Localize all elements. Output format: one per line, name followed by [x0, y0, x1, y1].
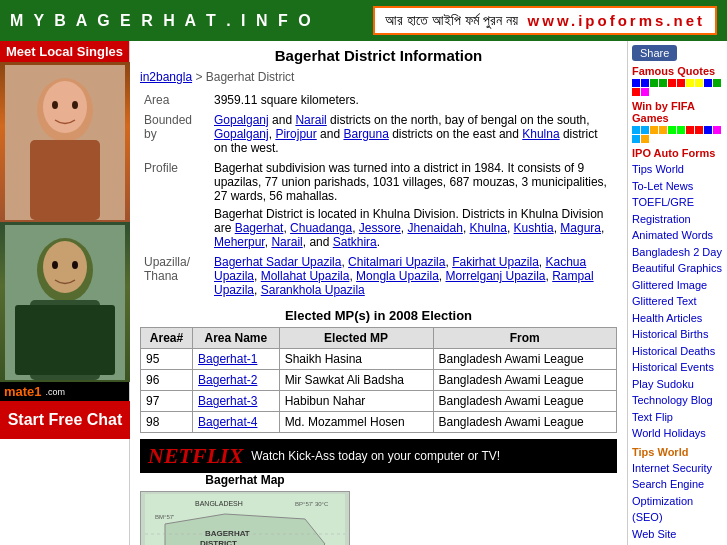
famous-quotes-title: Famous Quotes [632, 65, 723, 77]
sidebar-link[interactable]: Technology Blog [632, 392, 723, 409]
breadcrumb-link[interactable]: in2bangla [140, 70, 192, 84]
cell-party: Bangladesh Awami League [433, 349, 617, 370]
election-header: Area# Area Name Elected MP From [141, 328, 617, 349]
magura-link[interactable]: Magura [560, 221, 601, 235]
col-area-name: Area Name [193, 328, 280, 349]
gopalganj-link[interactable]: Gopalganj [214, 113, 269, 127]
sidebar-link[interactable]: Historical Deaths [632, 343, 723, 360]
barguna-link[interactable]: Barguna [343, 127, 388, 141]
sidebar-link[interactable]: Animated Words [632, 227, 723, 244]
tips-link[interactable]: Search Engine [632, 476, 723, 493]
mollahat-link[interactable]: Mollahat Upazila [261, 269, 350, 283]
upazilla-label: Upazilla/ Thana [140, 252, 210, 300]
area-row: Area 3959.11 square kilometers. [140, 90, 617, 110]
sidebar-link[interactable]: Glittered Image [632, 277, 723, 294]
morrelganj-link[interactable]: Morrelganj Upazila [445, 269, 545, 283]
gopalganj2-link[interactable]: Gopalganj [214, 127, 269, 141]
tips-link[interactable]: Optimization (SEO) [632, 493, 723, 526]
pirojpur-link[interactable]: Pirojpur [275, 127, 316, 141]
svg-rect-12 [15, 305, 115, 375]
jhenaidah-link[interactable]: Jhenaidah [408, 221, 463, 235]
profile-row: Profile Bagerhat subdivision was turned … [140, 158, 617, 252]
person-photo-1 [0, 62, 130, 222]
chitalmari-link[interactable]: Chitalmari Upazila [348, 255, 445, 269]
area-value: 3959.11 square kilometers. [210, 90, 617, 110]
mate1-bar: mate1 .com [0, 382, 129, 401]
sidebar-link[interactable]: Historical Births [632, 326, 723, 343]
sidebar-link[interactable]: Tips World [632, 161, 723, 178]
bagerhat-link[interactable]: Bagerhat [235, 221, 284, 235]
sidebar-link[interactable]: World Holidays [632, 425, 723, 442]
fakirhat-link[interactable]: Fakirhat Upazila [452, 255, 539, 269]
narail-link[interactable]: Narail [295, 113, 326, 127]
tips-link[interactable]: Internet Security [632, 460, 723, 477]
sidebar-link[interactable]: Glittered Text [632, 293, 723, 310]
right-sidebar: Share Famous Quotes Win by FIFA Games IP… [627, 41, 727, 545]
bounded-row: Bounded by Gopalganj and Narail district… [140, 110, 617, 158]
cell-area-num: 95 [141, 349, 193, 370]
khulna2-link[interactable]: Khulna [470, 221, 507, 235]
bagerhat-sadar-link[interactable]: Bagerhat Sadar Upazila [214, 255, 341, 269]
svg-point-3 [43, 81, 87, 133]
svg-rect-2 [30, 140, 100, 220]
svg-point-10 [52, 261, 58, 269]
tips-link[interactable]: Web Site Promotion [632, 526, 723, 546]
col-from: From [433, 328, 617, 349]
map-title: Bagerhat Map [140, 473, 350, 487]
sidebar-link[interactable]: To-Let News [632, 178, 723, 195]
khulna-link[interactable]: Khulna [522, 127, 559, 141]
cell-party: Bangladesh Awami League [433, 391, 617, 412]
jessore-link[interactable]: Jessore [359, 221, 401, 235]
ipo-forms-title: IPO Auto Forms [632, 147, 723, 159]
sarankhola-link[interactable]: Sarankhola Upazila [261, 283, 365, 297]
share-button[interactable]: Share [632, 45, 677, 61]
cell-area-name[interactable]: Bagerhat-1 [193, 349, 280, 370]
banner-link[interactable]: www.ipoforms.net [528, 12, 705, 29]
map-image: BANGLADESH BM°57' BP°57' 30°C BAGERHAT D… [140, 491, 350, 545]
sidebar-link[interactable]: Historical Events [632, 359, 723, 376]
kushtia-link[interactable]: Kushtia [514, 221, 554, 235]
start-free-chat-button[interactable]: Start Free Chat [0, 401, 130, 439]
svg-point-11 [72, 261, 78, 269]
person-photo-2 [0, 222, 130, 382]
svg-text:BP°57' 30°C: BP°57' 30°C [295, 501, 329, 507]
cell-area-name[interactable]: Bagerhat-2 [193, 370, 280, 391]
cell-area-name[interactable]: Bagerhat-3 [193, 391, 280, 412]
profile-label: Profile [140, 158, 210, 252]
upazilla-value: Bagerhat Sadar Upazila, Chitalmari Upazi… [210, 252, 617, 300]
cell-party: Bangladesh Awami League [433, 412, 617, 433]
col-area-num: Area# [141, 328, 193, 349]
win-fifa-title: Win by FIFA Games [632, 100, 723, 124]
meherpur-link[interactable]: Meherpur [214, 235, 265, 249]
cell-party: Bangladesh Awami League [433, 370, 617, 391]
sidebar-link[interactable]: Beautiful Graphics [632, 260, 723, 277]
site-logo[interactable]: M Y B A G E R H A T . I N F O [10, 12, 314, 30]
sidebar-link[interactable]: TOEFL/GRE Registration [632, 194, 723, 227]
svg-text:BANGLADESH: BANGLADESH [195, 500, 243, 507]
mongla-link[interactable]: Mongla Upazila [356, 269, 439, 283]
area-label: Area [140, 90, 210, 110]
svg-point-4 [52, 101, 58, 109]
chuadanga-link[interactable]: Chuadanga [290, 221, 352, 235]
narail2-link[interactable]: Narail [271, 235, 302, 249]
profile-text2: Bagerhat District is located in Khulna D… [214, 207, 613, 249]
netflix-logo: NETFLIX [148, 443, 243, 469]
header-banner: আর হাতে আইপি ফর্ম পুরন নয় www.ipoforms.… [373, 6, 717, 35]
cell-mp: Habibun Nahar [279, 391, 433, 412]
satkhira-link[interactable]: Satkhira [333, 235, 377, 249]
sidebar-link[interactable]: Bangladesh 2 Day [632, 244, 723, 261]
sidebar-link[interactable]: Health Articles [632, 310, 723, 327]
election-table: Area# Area Name Elected MP From 95 Bager… [140, 327, 617, 433]
sidebar-link[interactable]: Play Sudoku [632, 376, 723, 393]
upazilla-row: Upazilla/ Thana Bagerhat Sadar Upazila, … [140, 252, 617, 300]
table-row: 95 Bagerhat-1 Shaikh Hasina Bangladesh A… [141, 349, 617, 370]
cell-area-name[interactable]: Bagerhat-4 [193, 412, 280, 433]
sidebar-links: Tips WorldTo-Let NewsTOEFL/GRE Registrat… [632, 161, 723, 442]
sidebar-link[interactable]: Text Flip [632, 409, 723, 426]
cell-mp: Mir Sawkat Ali Badsha [279, 370, 433, 391]
col-mp: Elected MP [279, 328, 433, 349]
cell-mp: Shaikh Hasina [279, 349, 433, 370]
map-container: Bagerhat Map BANGLADESH BM°57' BP°57' 30… [140, 473, 350, 545]
left-sidebar: Meet Local Singles [0, 41, 130, 545]
info-table: Area 3959.11 square kilometers. Bounded … [140, 90, 617, 300]
